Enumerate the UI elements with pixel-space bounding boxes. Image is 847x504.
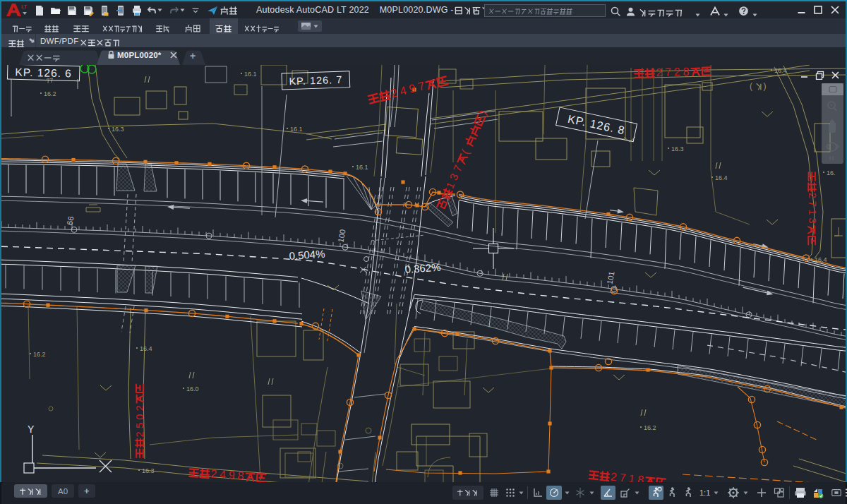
svg-text:16.0: 16.0: [186, 385, 199, 392]
svg-text:KP. 126. 7: KP. 126. 7: [289, 74, 342, 88]
svg-text:16.1: 16.1: [244, 71, 257, 78]
svg-text:2498: 2498: [210, 467, 247, 482]
svg-text:66: 66: [65, 216, 75, 226]
svg-text:(: (: [750, 81, 754, 91]
svg-text:2728: 2728: [656, 65, 692, 78]
svg-text:2713: 2713: [807, 193, 818, 226]
svg-text:16.: 16.: [827, 169, 836, 176]
svg-text:16.4: 16.4: [140, 345, 152, 352]
svg-text:16.1: 16.1: [356, 164, 368, 171]
svg-text:0.362%: 0.362%: [404, 260, 441, 275]
svg-text:LT: LT: [21, 4, 28, 9]
svg-text:16.3: 16.3: [142, 467, 155, 474]
svg-text:16.1: 16.1: [290, 126, 303, 133]
svg-text:16.2: 16.2: [644, 424, 656, 431]
svg-text:16.4: 16.4: [715, 174, 728, 181]
svg-text:0.504%: 0.504%: [289, 247, 325, 262]
svg-text:16.2: 16.2: [33, 351, 46, 358]
svg-text:16.3: 16.3: [671, 145, 684, 152]
svg-text:): ): [764, 81, 768, 91]
svg-text:Y: Y: [28, 424, 35, 435]
svg-text:2502: 2502: [134, 402, 145, 438]
svg-text:16.4: 16.4: [774, 67, 787, 74]
svg-text:KP. 126. 6: KP. 126. 6: [15, 66, 72, 79]
svg-text:16.2: 16.2: [44, 90, 56, 97]
svg-text:16.3: 16.3: [112, 126, 124, 133]
